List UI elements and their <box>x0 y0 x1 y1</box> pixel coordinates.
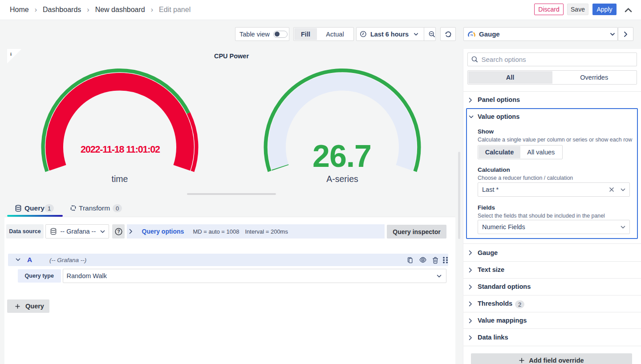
svg-text:70: 70 <box>470 34 473 36</box>
svg-text:CPU Power: CPU Power <box>214 53 249 60</box>
svg-text:?: ? <box>117 229 120 234</box>
svg-text:i: i <box>10 51 12 57</box>
svg-text:2022-11-18 11:01:02: 2022-11-18 11:01:02 <box>81 144 160 155</box>
svg-text:26.7: 26.7 <box>312 139 371 174</box>
svg-text:time: time <box>112 174 128 184</box>
svg-text:A-series: A-series <box>326 174 358 184</box>
